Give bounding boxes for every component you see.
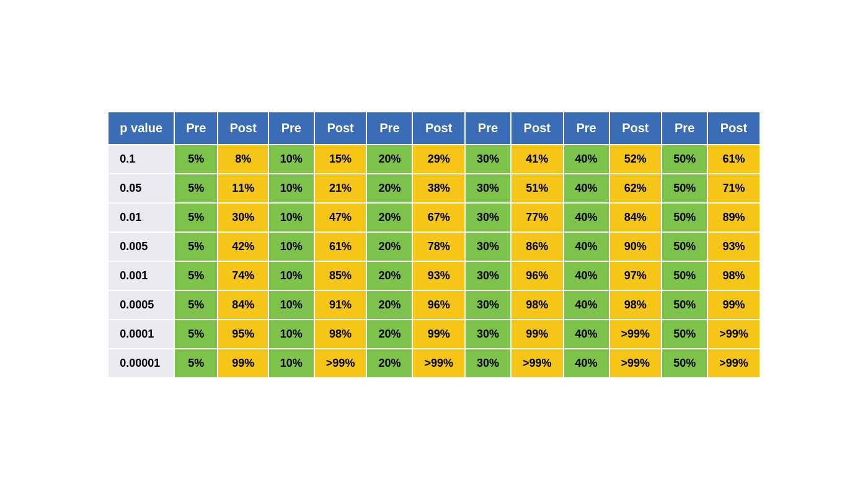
data-cell: 89%	[707, 203, 760, 232]
data-cell: 20%	[366, 203, 412, 232]
data-cell: 77%	[511, 203, 564, 232]
data-cell: 20%	[366, 174, 412, 203]
table-row: 0.00055%84%10%91%20%96%30%98%40%98%50%99…	[108, 290, 760, 320]
data-cell: >99%	[511, 349, 564, 378]
data-cell: 30%	[465, 232, 511, 261]
data-cell: >99%	[707, 349, 760, 378]
data-cell: 98%	[707, 261, 760, 290]
data-cell: 67%	[412, 203, 465, 232]
data-cell: 5%	[174, 261, 218, 290]
data-cell: 21%	[314, 174, 367, 203]
data-cell: 5%	[174, 145, 218, 174]
data-cell: >99%	[609, 320, 662, 349]
data-cell: 40%	[564, 290, 609, 320]
data-cell: 50%	[662, 174, 707, 203]
data-cell: 30%	[465, 174, 511, 203]
data-cell: 85%	[314, 261, 367, 290]
col-header-pre-6: Pre	[662, 112, 707, 145]
data-cell: 74%	[218, 261, 268, 290]
col-header-pre-5: Pre	[564, 112, 609, 145]
data-cell: 40%	[564, 261, 609, 290]
data-cell: 47%	[314, 203, 367, 232]
data-cell: 10%	[268, 320, 314, 349]
data-cell: 61%	[314, 232, 367, 261]
data-cell: 10%	[268, 290, 314, 320]
pvalue-cell: 0.0005	[108, 290, 174, 320]
data-cell: 95%	[218, 320, 268, 349]
data-cell: 5%	[174, 203, 218, 232]
data-cell: 42%	[218, 232, 268, 261]
data-cell: 50%	[662, 290, 707, 320]
col-header-pvalue: p value	[108, 112, 174, 145]
data-cell: 38%	[412, 174, 465, 203]
data-cell: 11%	[218, 174, 268, 203]
col-header-pre-4: Pre	[465, 112, 511, 145]
data-cell: >99%	[609, 349, 662, 378]
pvalue-cell: 0.001	[108, 261, 174, 290]
data-cell: 10%	[268, 203, 314, 232]
pvalue-cell: 0.005	[108, 232, 174, 261]
data-cell: 30%	[465, 320, 511, 349]
pvalue-cell: 0.05	[108, 174, 174, 203]
data-cell: 30%	[465, 203, 511, 232]
data-cell: 20%	[366, 261, 412, 290]
data-table: p value Pre Post Pre Post Pre Post Pre P…	[107, 111, 760, 379]
pvalue-cell: 0.00001	[108, 349, 174, 378]
data-cell: 40%	[564, 349, 609, 378]
table-wrapper: p value Pre Post Pre Post Pre Post Pre P…	[95, 99, 773, 391]
data-cell: 78%	[412, 232, 465, 261]
data-cell: 15%	[314, 145, 367, 174]
data-cell: 20%	[366, 349, 412, 378]
data-cell: 50%	[662, 203, 707, 232]
data-cell: 99%	[707, 290, 760, 320]
col-header-pre-2: Pre	[268, 112, 314, 145]
col-header-pre-3: Pre	[366, 112, 412, 145]
pvalue-cell: 0.1	[108, 145, 174, 174]
data-cell: 10%	[268, 349, 314, 378]
data-cell: 40%	[564, 232, 609, 261]
data-cell: 84%	[609, 203, 662, 232]
data-cell: 96%	[412, 290, 465, 320]
data-cell: 5%	[174, 174, 218, 203]
table-row: 0.15%8%10%15%20%29%30%41%40%52%50%61%	[108, 145, 760, 174]
data-cell: 91%	[314, 290, 367, 320]
data-cell: 10%	[268, 232, 314, 261]
data-cell: 8%	[218, 145, 268, 174]
data-cell: 50%	[662, 232, 707, 261]
data-cell: 30%	[465, 349, 511, 378]
data-cell: 30%	[465, 261, 511, 290]
col-header-post-1: Post	[218, 112, 268, 145]
data-cell: 5%	[174, 290, 218, 320]
data-cell: 97%	[609, 261, 662, 290]
col-header-post-5: Post	[609, 112, 662, 145]
pvalue-cell: 0.0001	[108, 320, 174, 349]
table-row: 0.015%30%10%47%20%67%30%77%40%84%50%89%	[108, 203, 760, 232]
data-cell: 5%	[174, 349, 218, 378]
data-cell: >99%	[707, 320, 760, 349]
header-row: p value Pre Post Pre Post Pre Post Pre P…	[108, 112, 760, 145]
data-cell: 40%	[564, 145, 609, 174]
data-cell: 50%	[662, 145, 707, 174]
table-row: 0.000015%99%10%>99%20%>99%30%>99%40%>99%…	[108, 349, 760, 378]
data-cell: 5%	[174, 320, 218, 349]
data-cell: 96%	[511, 261, 564, 290]
data-cell: 10%	[268, 174, 314, 203]
data-cell: 62%	[609, 174, 662, 203]
data-cell: 30%	[465, 145, 511, 174]
col-header-post-3: Post	[412, 112, 465, 145]
pvalue-cell: 0.01	[108, 203, 174, 232]
data-cell: 29%	[412, 145, 465, 174]
data-cell: 86%	[511, 232, 564, 261]
data-cell: 40%	[564, 203, 609, 232]
data-cell: 40%	[564, 320, 609, 349]
data-cell: 52%	[609, 145, 662, 174]
data-cell: 99%	[511, 320, 564, 349]
col-header-post-6: Post	[707, 112, 760, 145]
data-cell: 51%	[511, 174, 564, 203]
data-cell: 61%	[707, 145, 760, 174]
data-cell: 40%	[564, 174, 609, 203]
data-cell: 93%	[707, 232, 760, 261]
col-header-post-4: Post	[511, 112, 564, 145]
table-row: 0.055%11%10%21%20%38%30%51%40%62%50%71%	[108, 174, 760, 203]
col-header-pre-1: Pre	[174, 112, 218, 145]
